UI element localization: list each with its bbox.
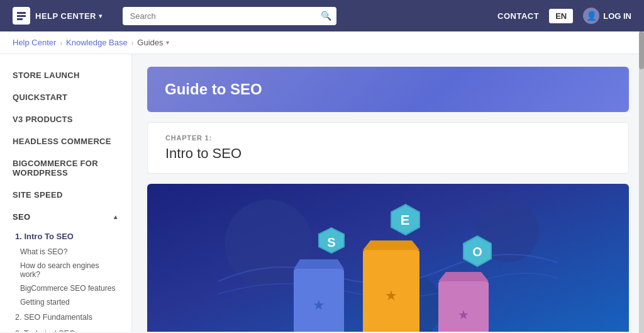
page-title-card: Guide to SEO [147, 67, 629, 112]
page-title: Guide to SEO [165, 81, 611, 98]
help-center-nav[interactable]: HELP CENTER ▾ [35, 11, 103, 21]
breadcrumb-home[interactable]: Help Center [13, 38, 56, 47]
svg-text:S: S [327, 235, 335, 249]
language-button[interactable]: EN [549, 9, 573, 23]
seo-section-label: SEO [13, 212, 30, 222]
help-center-dropdown-arrow: ▾ [99, 13, 103, 20]
chapter-label: CHAPTER 1: [165, 134, 611, 142]
seo-subitem-2-fundamentals[interactable]: 2. SEO Fundamentals [0, 309, 131, 325]
bc-logo-icon [13, 7, 30, 25]
seo-subitem-getting-started[interactable]: Getting started [0, 295, 131, 309]
svg-marker-16 [438, 272, 489, 281]
search-bar: 🔍 [123, 7, 336, 25]
svg-text:★: ★ [313, 297, 325, 313]
sidebar-section-seo[interactable]: SEO ▲ [0, 206, 131, 228]
sidebar-item-headless-commerce[interactable]: HEADLESS COMMERCE [0, 130, 131, 152]
nav-right: CONTACT EN 👤 LOG IN [497, 8, 631, 24]
hero-image: S ★ E ★ [147, 184, 629, 332]
svg-text:O: O [472, 245, 482, 259]
seo-subitem-bc-features[interactable]: BigCommerce SEO features [0, 281, 131, 295]
breadcrumb-current[interactable]: Guides ▾ [137, 38, 169, 47]
help-center-label: HELP CENTER [35, 11, 96, 21]
svg-marker-10 [363, 240, 419, 250]
seo-subitem-search-engines[interactable]: How do search engines work? [0, 259, 131, 281]
seo-subitem-1-intro[interactable]: 1. Intro To SEO [0, 228, 131, 245]
svg-text:★: ★ [385, 288, 397, 303]
content-area: Guide to SEO CHAPTER 1: Intro to SEO [132, 54, 644, 332]
seo-chevron: ▲ [113, 213, 119, 220]
search-button[interactable]: 🔍 [321, 11, 331, 21]
login-area[interactable]: 👤 LOG IN [583, 8, 631, 24]
main-layout: STORE LAUNCH QUICKSTART V3 PRODUCTS HEAD… [0, 54, 644, 332]
search-input[interactable] [123, 7, 336, 25]
seo-subnav: 1. Intro To SEO What is SEO? How do sear… [0, 228, 131, 332]
chapter-title: Intro to SEO [165, 145, 611, 162]
seo-subitem-3-technical[interactable]: 3. Technical SEO [0, 325, 131, 332]
sidebar: STORE LAUNCH QUICKSTART V3 PRODUCTS HEAD… [0, 54, 132, 332]
chapter-card: CHAPTER 1: Intro to SEO [147, 122, 629, 174]
seo-subitem-what-is-seo[interactable]: What is SEO? [0, 245, 131, 259]
breadcrumb-knowledge-base[interactable]: Knowledge Base [66, 38, 128, 47]
logo-area: HELP CENTER ▾ [13, 7, 103, 25]
breadcrumb: Help Center › Knowledge Base › Guides ▾ [0, 31, 644, 54]
sidebar-item-site-speed[interactable]: SITE SPEED [0, 184, 131, 206]
contact-link[interactable]: CONTACT [497, 11, 539, 21]
svg-marker-4 [294, 259, 344, 269]
sidebar-item-store-launch[interactable]: STORE LAUNCH [0, 64, 131, 86]
svg-text:E: E [401, 212, 410, 228]
breadcrumb-sep1: › [60, 39, 62, 47]
sidebar-item-bigcommerce-wordpress[interactable]: BIGCOMMERCE FOR WORDPRESS [0, 152, 131, 184]
login-label: LOG IN [603, 11, 631, 21]
breadcrumb-dropdown-arrow: ▾ [166, 39, 169, 46]
breadcrumb-sep2: › [131, 39, 134, 47]
svg-rect-15 [438, 281, 489, 332]
page-outer: HELP CENTER ▾ 🔍 CONTACT EN 👤 LOG IN Help… [0, 0, 644, 333]
breadcrumb-current-label: Guides [137, 38, 163, 47]
right-scrollbar[interactable] [639, 31, 644, 333]
sidebar-item-quickstart[interactable]: QUICKSTART [0, 86, 131, 108]
sidebar-item-v3-products[interactable]: V3 PRODUCTS [0, 108, 131, 130]
svg-text:★: ★ [458, 308, 469, 322]
top-nav: HELP CENTER ▾ 🔍 CONTACT EN 👤 LOG IN [0, 0, 644, 31]
scrollbar-thumb[interactable] [639, 31, 644, 69]
avatar-icon: 👤 [583, 8, 599, 24]
